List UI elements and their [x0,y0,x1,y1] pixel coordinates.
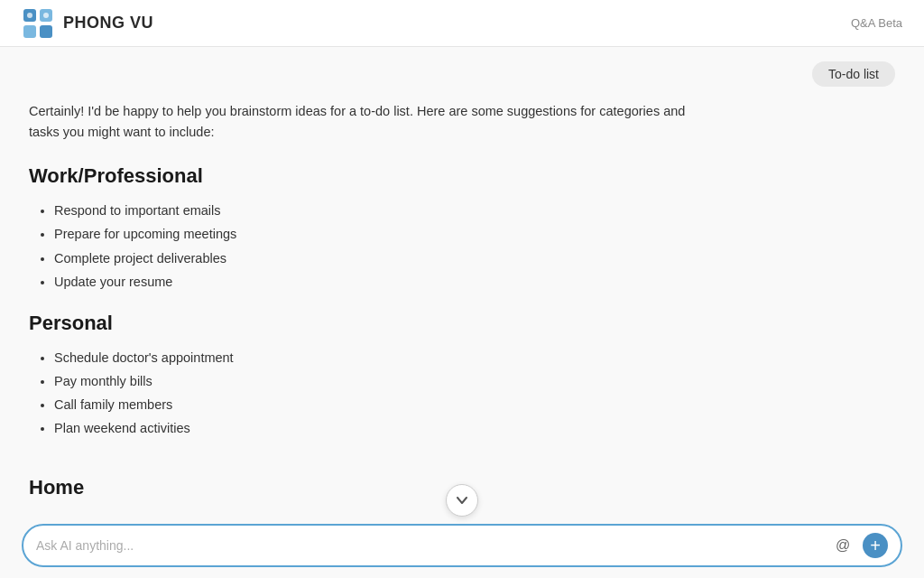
ask-ai-input[interactable] [36,538,823,553]
section-heading-work: Work/Professional [29,164,711,188]
tag-bubble: To-do list [812,61,895,87]
personal-task-list: Schedule doctor's appointment Pay monthl… [29,346,711,440]
logo-area: PHONG VU [22,7,153,40]
svg-rect-3 [40,25,52,38]
list-item: Complete project deliverables [54,247,711,270]
at-mention-button[interactable]: @ [830,533,855,558]
chevron-down-icon [455,493,469,508]
scroll-down-button[interactable] [446,484,478,517]
list-item: Call family members [54,393,711,416]
svg-point-5 [43,13,49,18]
svg-rect-2 [23,25,36,38]
message-content: Certainly! I'd be happy to help you brai… [0,94,740,472]
section-work: Work/Professional Respond to important e… [29,164,711,293]
add-attachment-button[interactable]: + [863,533,888,558]
list-item: Update your resume [54,270,711,294]
list-item: Pay monthly bills [54,369,711,393]
svg-point-4 [27,13,32,18]
input-area: @ + [0,515,924,578]
section-personal: Personal Schedule doctor's appointment P… [29,312,711,440]
main-area: To-do list Certainly! I'd be happy to he… [0,47,924,578]
header: PHONG VU Q&A Beta [0,0,924,47]
work-task-list: Respond to important emails Prepare for … [29,199,711,293]
section-heading-personal: Personal [29,312,711,335]
plus-icon: + [870,536,881,556]
intro-text: Certainly! I'd be happy to help you brai… [29,101,711,143]
at-icon: @ [836,537,850,554]
list-item: Schedule doctor's appointment [54,346,711,369]
list-item: Plan weekend activities [54,416,711,440]
logo-text: PHONG VU [63,14,153,33]
list-item: Respond to important emails [54,199,711,222]
list-item: Prepare for upcoming meetings [54,222,711,246]
phong-vu-logo-icon [22,7,54,40]
input-wrapper: @ + [22,524,902,567]
qa-beta-label: Q&A Beta [851,16,902,30]
tag-bubble-row: To-do list [0,47,924,94]
